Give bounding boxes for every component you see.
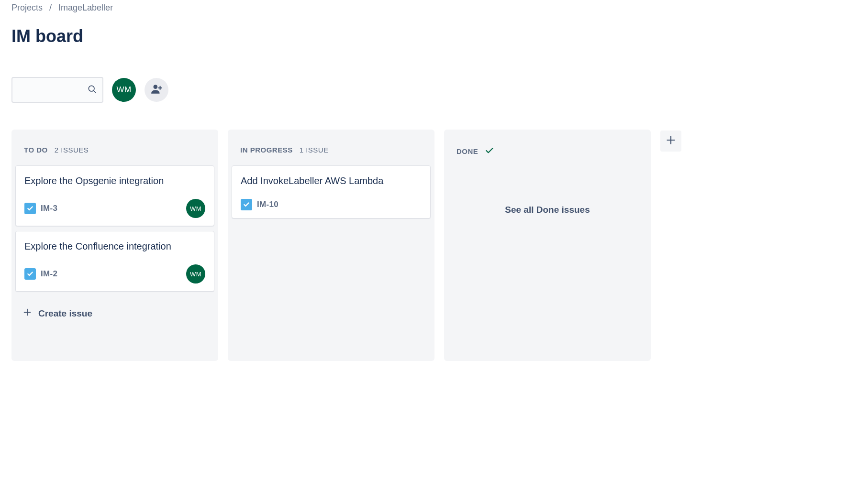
column-in-progress: IN PROGRESS 1 ISSUE Add InvokeLabeller A… xyxy=(228,130,434,361)
page-title: IM board xyxy=(11,26,857,46)
column-header-in-progress[interactable]: IN PROGRESS 1 ISSUE xyxy=(232,130,431,165)
breadcrumb-project[interactable]: ImageLabeller xyxy=(58,3,113,13)
check-icon xyxy=(485,146,494,157)
issue-title: Add InvokeLabeller AWS Lambda xyxy=(241,175,422,187)
plus-icon xyxy=(665,134,677,148)
breadcrumb-separator: / xyxy=(49,3,52,13)
assignee-avatar[interactable]: WM xyxy=(186,264,205,284)
issue-card-footer: IM-10 xyxy=(241,199,422,210)
create-issue-label: Create issue xyxy=(38,308,92,319)
kanban-board: TO DO 2 ISSUES Explore the Opsgenie inte… xyxy=(11,130,857,361)
issue-title: Explore the Opsgenie integration xyxy=(24,175,205,187)
issue-key-group: IM-2 xyxy=(24,268,57,280)
issue-key-group: IM-3 xyxy=(24,203,57,214)
person-plus-icon xyxy=(150,83,163,97)
assignee-avatar[interactable]: WM xyxy=(186,199,205,218)
breadcrumb: Projects / ImageLabeller xyxy=(11,0,857,13)
column-title: IN PROGRESS xyxy=(240,146,293,154)
issue-key-group: IM-10 xyxy=(241,199,278,210)
svg-point-2 xyxy=(154,85,158,89)
task-issue-type-icon xyxy=(24,203,36,214)
board-toolbar: WM xyxy=(11,77,857,103)
column-header-todo[interactable]: TO DO 2 ISSUES xyxy=(15,130,214,165)
task-issue-type-icon xyxy=(24,268,36,280)
issue-key: IM-2 xyxy=(41,269,57,279)
add-people-button[interactable] xyxy=(145,78,168,102)
see-all-done-link[interactable]: See all Done issues xyxy=(505,205,590,215)
task-issue-type-icon xyxy=(241,199,252,210)
search-input[interactable] xyxy=(11,77,103,103)
issue-card[interactable]: Explore the Opsgenie integration IM-3 WM xyxy=(15,165,214,226)
done-placeholder: See all Done issues xyxy=(448,168,647,357)
column-todo: TO DO 2 ISSUES Explore the Opsgenie inte… xyxy=(11,130,218,361)
avatar[interactable]: WM xyxy=(112,78,136,102)
search-box xyxy=(11,77,103,103)
issue-card-footer: IM-3 WM xyxy=(24,199,205,218)
plus-icon xyxy=(22,307,33,320)
issue-card[interactable]: Explore the Confluence integration IM-2 … xyxy=(15,231,214,292)
column-count: 1 ISSUE xyxy=(300,146,329,154)
issue-title: Explore the Confluence integration xyxy=(24,240,205,253)
column-count: 2 ISSUES xyxy=(55,146,89,154)
issue-card[interactable]: Add InvokeLabeller AWS Lambda IM-10 xyxy=(232,165,431,218)
column-done: DONE See all Done issues xyxy=(444,130,651,361)
issue-card-footer: IM-2 WM xyxy=(24,264,205,284)
column-header-done[interactable]: DONE xyxy=(448,130,647,168)
column-title: TO DO xyxy=(24,146,48,154)
create-issue-button[interactable]: Create issue xyxy=(15,298,214,328)
column-title: DONE xyxy=(456,147,478,155)
add-column-button[interactable] xyxy=(660,131,681,152)
issue-key: IM-3 xyxy=(41,204,57,213)
breadcrumb-projects[interactable]: Projects xyxy=(11,3,43,13)
issue-key: IM-10 xyxy=(257,200,278,209)
